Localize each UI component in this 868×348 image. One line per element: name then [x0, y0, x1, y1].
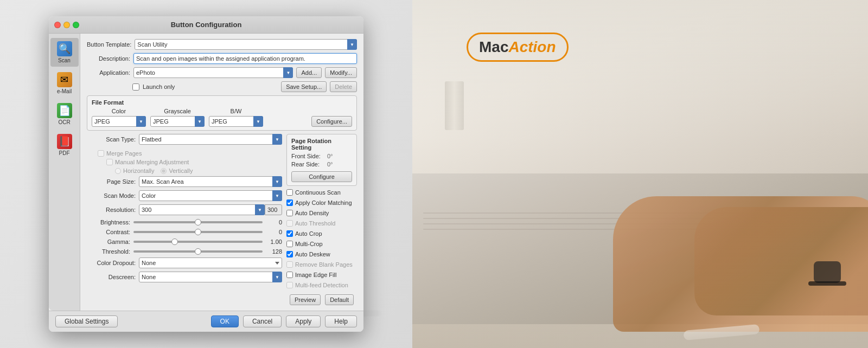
vertically-radio[interactable] — [161, 168, 167, 174]
resolution-select-wrapper: 300 — [139, 204, 265, 215]
scan-type-row: Scan Type: Flatbed — [87, 134, 282, 145]
template-select[interactable]: Scan Utility — [135, 39, 357, 50]
vertically-label: Vertically — [169, 167, 193, 174]
description-label: Description: — [87, 55, 130, 62]
rotation-title: Page Rotation Setting — [291, 138, 352, 151]
left-settings-col: Scan Type: Flatbed — [87, 134, 282, 305]
apply-color-row: Apply Color Matching — [286, 199, 357, 206]
bw-format-select[interactable]: JPEG — [209, 116, 263, 127]
gamma-slider[interactable] — [133, 238, 263, 246]
color-format-col: Color JPEG — [92, 108, 146, 127]
front-side-value: 0° — [327, 153, 333, 159]
horizontally-label: Horizontally — [123, 167, 154, 174]
manual-merging-checkbox[interactable] — [106, 159, 113, 165]
application-select[interactable]: ePhoto — [133, 67, 293, 78]
configure-rotation-button[interactable]: Configure — [291, 171, 352, 182]
add-button[interactable]: Add... — [296, 67, 322, 78]
bw-format-label: B/W — [231, 108, 242, 114]
template-select-wrapper: Scan Utility — [135, 39, 357, 50]
launch-only-checkbox[interactable] — [132, 83, 139, 91]
sidebar-item-pdf[interactable]: 📕 PDF — [50, 131, 79, 159]
brightness-row: Brightness: 0 — [87, 218, 282, 226]
contrast-slider[interactable] — [133, 228, 263, 236]
rear-side-row: Rear Side: 0° — [291, 161, 352, 167]
scan-mode-select[interactable]: Color — [139, 190, 282, 201]
apply-color-checkbox[interactable] — [286, 199, 293, 206]
default-button[interactable]: Default — [325, 294, 354, 305]
remove-blank-label: Remove Blank Pages — [295, 261, 353, 268]
sidebar-item-ocr[interactable]: 📄 OCR — [50, 100, 79, 128]
multi-crop-checkbox[interactable] — [286, 241, 293, 247]
threshold-label: Threshold: — [87, 248, 130, 255]
bw-format-select-wrapper: JPEG — [209, 116, 263, 127]
threshold-row: Threshold: 128 — [87, 248, 282, 255]
brightness-label: Brightness: — [87, 219, 130, 225]
front-side-row: Front Side: 0° — [291, 153, 352, 159]
email-icon: ✉ — [57, 72, 72, 87]
horizontally-radio[interactable] — [115, 168, 121, 174]
modify-button[interactable]: Modify... — [325, 67, 357, 78]
format-columns: Color JPEG Grayscale — [92, 108, 352, 127]
descreen-select[interactable]: None — [139, 272, 282, 282]
image-edge-row: Image Edge Fill — [286, 272, 357, 278]
save-setup-button[interactable]: Save Setup... — [281, 81, 327, 92]
auto-density-checkbox[interactable] — [286, 210, 293, 216]
resolution-row: Resolution: 300 300 — [87, 204, 282, 215]
sidebar-scan-label: Scan — [58, 57, 71, 63]
minimize-button[interactable] — [63, 22, 70, 28]
ocr-icon: 📄 — [57, 103, 72, 118]
page-size-select-wrapper: Max. Scan Area — [139, 176, 282, 187]
threshold-slider[interactable] — [133, 248, 263, 255]
ok-button[interactable]: OK — [211, 315, 239, 327]
scan-type-select[interactable]: Flatbed — [139, 134, 282, 145]
sidebar-item-scan[interactable]: 🔍 Scan — [50, 38, 79, 67]
description-input[interactable] — [133, 53, 357, 64]
page-size-select[interactable]: Max. Scan Area — [139, 176, 282, 187]
brightness-slider[interactable] — [133, 218, 263, 226]
sidebar-item-email[interactable]: ✉ e-Mail — [50, 69, 79, 98]
color-dropout-label: Color Dropout: — [87, 260, 136, 266]
configure-format-button[interactable]: Configure... — [311, 116, 352, 127]
close-button[interactable] — [54, 22, 61, 28]
dialog-title: Button Configuration — [171, 21, 242, 29]
logo-mac-text: Mac — [479, 38, 508, 56]
file-format-section: File Format Color JPEG — [87, 95, 357, 131]
cancel-button[interactable]: Cancel — [243, 315, 282, 327]
sidebar-ocr-label: OCR — [58, 119, 70, 125]
file-format-title: File Format — [92, 99, 352, 106]
continuous-scan-checkbox[interactable] — [286, 189, 293, 196]
launch-only-label: Launch only — [143, 83, 175, 90]
bw-format-col: B/W JPEG — [209, 108, 263, 127]
ceiling-light — [412, 0, 868, 139]
auto-threshold-checkbox[interactable] — [286, 220, 293, 227]
maximize-button[interactable] — [73, 22, 79, 28]
apply-button[interactable]: Apply — [286, 315, 321, 327]
grayscale-format-select[interactable]: JPEG — [150, 116, 205, 127]
contrast-label: Contrast: — [87, 229, 130, 235]
resolution-select[interactable]: 300 — [139, 204, 265, 215]
image-edge-checkbox[interactable] — [286, 272, 293, 278]
manual-merging-row: Manual Merging Adjustment — [98, 159, 282, 165]
button-configuration-dialog: Button Configuration 🔍 Scan ✉ e-Mail 📄 O… — [49, 16, 363, 332]
auto-deskew-label: Auto Deskew — [295, 251, 330, 257]
remove-blank-checkbox[interactable] — [286, 261, 293, 268]
global-settings-button[interactable]: Global Settings — [55, 315, 118, 327]
multi-feed-checkbox[interactable] — [286, 282, 293, 288]
application-select-wrapper: ePhoto — [133, 67, 293, 78]
grayscale-format-select-wrapper: JPEG — [150, 116, 205, 127]
right-checkboxes: Continuous Scan Apply Color Matching Aut… — [286, 189, 357, 305]
help-button[interactable]: Help — [325, 315, 357, 327]
macaction-logo: Mac Action — [467, 33, 569, 62]
color-format-select[interactable]: JPEG — [92, 116, 146, 127]
color-dropout-select[interactable]: None — [139, 257, 282, 268]
merge-pages-checkbox[interactable] — [98, 150, 104, 157]
pdf-icon: 📕 — [57, 134, 72, 149]
auto-deskew-checkbox[interactable] — [286, 251, 293, 257]
auto-crop-checkbox[interactable] — [286, 230, 293, 237]
rear-side-value: 0° — [327, 161, 333, 167]
preview-button[interactable]: Preview — [290, 294, 321, 305]
delete-button[interactable]: Delete — [330, 81, 357, 92]
description-row: Description: — [87, 53, 357, 64]
remove-blank-row: Remove Blank Pages — [286, 261, 357, 268]
image-edge-label: Image Edge Fill — [295, 272, 336, 278]
